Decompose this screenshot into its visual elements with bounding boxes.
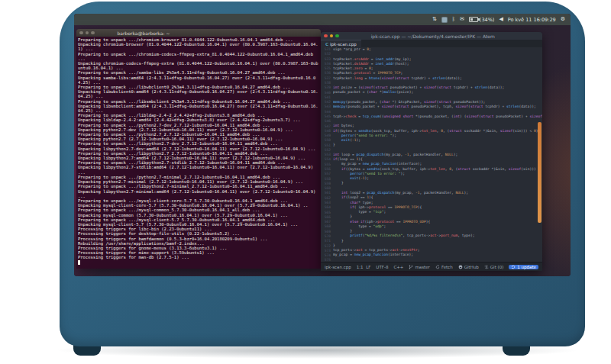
line-number-gutter: 531 532 533 534 535 536 537 538 539 540 … bbox=[321, 47, 333, 263]
tab-ipk-scan-cpp[interactable]: C ipk-scan.cpp bbox=[321, 40, 361, 47]
terminal-window-buttons bbox=[79, 31, 95, 35]
status-left-ipk-scan-cpp[interactable]: ipk-scan.cpp bbox=[325, 265, 351, 269]
maximize-icon[interactable] bbox=[335, 34, 339, 38]
status-right-lf[interactable]: LF bbox=[366, 265, 370, 269]
keyboard-indicator[interactable] bbox=[441, 17, 448, 23]
terminal-line: Unpacking chromium-codecs-ffmpeg-extra (… bbox=[78, 61, 319, 70]
terminal-line: Processing triggers for man-db (2.7.5-1)… bbox=[78, 255, 319, 259]
terminal-line: Unpacking libpython2.7-stdlib:amd64 (2.7… bbox=[78, 165, 319, 174]
updown-arrows-icon[interactable]: ⇅ bbox=[432, 17, 437, 22]
atom-window: ipk-scan.cpp — ~/Dokumenty/4.semester/IP… bbox=[321, 32, 542, 271]
atom-title: ipk-scan.cpp — ~/Dokumenty/4.semester/IP… bbox=[371, 34, 495, 39]
terminal-line: Preparing to unpack .../libsmbclient_2%3… bbox=[78, 99, 319, 104]
code-line: tcph->check = tcp_csum((unsigned short *… bbox=[333, 114, 542, 119]
terminal-line: Unpacking libpython2.7-dev:amd64 (2.7.12… bbox=[78, 147, 319, 151]
atom-status-bar: ipk-scan.cpp1:1 LFUTF-8C++masterFetchGit… bbox=[321, 262, 542, 271]
terminal-line: Unpacking libwbclient0:amd64 (2:4.3.11+d… bbox=[78, 89, 319, 98]
terminal-titlebar[interactable]: barborka@barborka: ~ bbox=[76, 29, 321, 37]
screen: ⇅ᛒ✉(34%)◀Po kvě 11 16:09:29⚙ barborka@ba… bbox=[74, 14, 571, 276]
status-left: ipk-scan.cpp1:1 bbox=[325, 265, 364, 269]
minimize-icon[interactable] bbox=[330, 34, 334, 38]
status-right: LFUTF-8C++masterFetchGitHubGit (0)1 upda… bbox=[366, 265, 538, 269]
clock[interactable]: Po kvě 11 16:09:29 bbox=[508, 17, 556, 23]
atom-tab-bar: C ipk-scan.cpp bbox=[321, 40, 542, 47]
terminal-window: barborka@barborka: ~ Preparing to unpack… bbox=[76, 29, 321, 269]
battery-indicator[interactable]: (34%) bbox=[469, 17, 495, 23]
terminal-output[interactable]: Preparing to unpack .../chromium-browser… bbox=[76, 37, 321, 269]
close-icon[interactable] bbox=[79, 31, 83, 35]
terminal-line: Unpacking libsmbclient:amd64 (2:4.3.11+d… bbox=[78, 104, 319, 113]
scrollbar-marker[interactable] bbox=[538, 122, 541, 223]
terminal-line: Preparing to unpack .../libpython2.7-min… bbox=[78, 184, 319, 188]
volume-icon[interactable]: ◀ bbox=[499, 17, 503, 22]
status-right-utf-8[interactable]: UTF-8 bbox=[376, 265, 388, 269]
terminal-line: Unpacking mysql-common (5.7.30-0ubuntu0.… bbox=[78, 213, 319, 217]
terminal-line: Unpacking samba-libs:amd64 (2:4.3.11+dfs… bbox=[78, 76, 319, 85]
status-right-master[interactable]: master bbox=[409, 265, 429, 269]
session-gear-icon[interactable]: ⚙ bbox=[561, 17, 565, 22]
tab-label: ipk-scan.cpp bbox=[330, 42, 357, 47]
terminal-line: Unpacking libpython2.7-minimal:amd64 (2.… bbox=[78, 189, 319, 198]
status-right-1-update[interactable]: 1 update bbox=[509, 265, 538, 269]
mail-icon[interactable]: ✉ bbox=[460, 17, 464, 22]
status-left-1-1[interactable]: 1:1 bbox=[357, 265, 364, 269]
code-line: memcpy(pseudo_packet + sizeof(struct pse… bbox=[333, 105, 542, 109]
atom-window-buttons bbox=[324, 34, 339, 38]
terminal-line: Preparing to unpack .../samba-libs_2%3a4… bbox=[78, 70, 319, 75]
status-right-github[interactable]: GitHub bbox=[458, 265, 479, 269]
terminal-line: Unpacking chromium-browser (81.0.4044.12… bbox=[78, 42, 319, 51]
status-right-c-[interactable]: C++ bbox=[393, 265, 403, 269]
atom-titlebar[interactable]: ipk-scan.cpp — ~/Dokumenty/4.semester/IP… bbox=[321, 32, 542, 40]
system-panel: ⇅ᛒ✉(34%)◀Po kvě 11 16:09:29⚙ bbox=[74, 14, 571, 25]
terminal-cursor bbox=[78, 260, 80, 265]
terminal-line: Unpacking libldap-2.4-2:amd64 (2.4.42+df… bbox=[78, 118, 319, 122]
laptop-mockup: ⇅ᛒ✉(34%)◀Po kvě 11 16:09:29⚙ barborka@ba… bbox=[0, 0, 611, 364]
code-editor[interactable]: 531 532 533 534 535 536 537 538 539 540 … bbox=[321, 47, 542, 263]
close-icon[interactable] bbox=[324, 34, 328, 38]
maximize-icon[interactable] bbox=[91, 31, 95, 35]
status-right-git-0-[interactable]: Git (0) bbox=[484, 265, 504, 269]
cpp-file-icon: C bbox=[325, 42, 328, 47]
system-tray: ⇅ᛒ✉(34%)◀Po kvě 11 16:09:29⚙ bbox=[432, 17, 571, 23]
minimize-icon[interactable] bbox=[86, 31, 89, 35]
terminal-title: barborka@barborka: ~ bbox=[118, 31, 170, 36]
laptop-body: ⇅ᛒ✉(34%)◀Po kvě 11 16:09:29⚙ barborka@ba… bbox=[60, 2, 585, 346]
code-lines: sign *arg_ptr = 0; tcpPacket.srcAddr = i… bbox=[333, 47, 542, 263]
bluetooth-icon[interactable]: ᛒ bbox=[452, 17, 455, 22]
terminal-line: Preparing to unpack .../chromium-codecs-… bbox=[78, 52, 319, 61]
status-right-fetch[interactable]: Fetch bbox=[435, 265, 453, 269]
